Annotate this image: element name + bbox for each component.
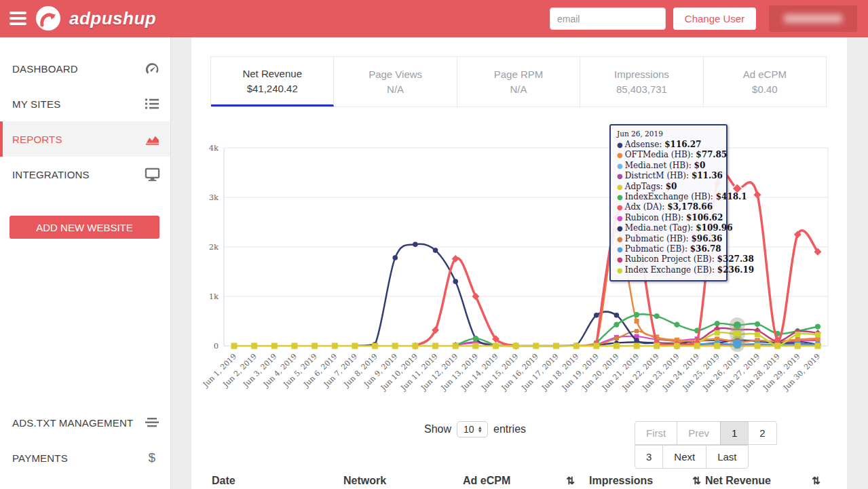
page-button-last[interactable]: Last bbox=[706, 445, 748, 469]
series-bullet-icon: ● bbox=[617, 162, 623, 170]
svg-text:Jun 15, 2019: Jun 15, 2019 bbox=[479, 352, 520, 393]
change-user-button[interactable]: Change User bbox=[673, 7, 756, 30]
add-new-website-button[interactable]: ADD NEW WEBSITE bbox=[10, 216, 159, 239]
svg-text:Jun 9, 2019: Jun 9, 2019 bbox=[362, 352, 399, 389]
sidebar-bottom-nav: ADS.TXT MANAGEMENTPAYMENTS$ bbox=[0, 405, 170, 475]
svg-text:Jun 28, 2019: Jun 28, 2019 bbox=[741, 352, 782, 393]
svg-text:Jun 11, 2019: Jun 11, 2019 bbox=[399, 352, 440, 393]
entries-select[interactable]: 10 bbox=[457, 421, 488, 437]
sidebar-item-dashboard[interactable]: DASHBOARD bbox=[0, 51, 170, 86]
sidebar-item-label: ADS.TXT MANAGEMENT bbox=[12, 417, 133, 429]
svg-text:Jun 6, 2019: Jun 6, 2019 bbox=[301, 352, 339, 389]
svg-text:2k: 2k bbox=[209, 242, 219, 252]
stat-tab-page-rpm[interactable]: Page RPMN/A bbox=[457, 57, 580, 106]
entries-label: entries bbox=[493, 423, 526, 435]
column-header-network: Network bbox=[343, 475, 386, 487]
sidebar-nav: DASHBOARDMY SITESREPORTSINTEGRATIONS bbox=[0, 37, 170, 192]
stat-tab-net-revenue[interactable]: Net Revenue$41,240.42 bbox=[211, 57, 334, 106]
series-bullet-icon: ● bbox=[617, 224, 623, 232]
sidebar-item-ads-txt-management[interactable]: ADS.TXT MANAGEMENT bbox=[0, 405, 170, 440]
tooltip-row-media-net-hb: ●Media.net (HB): $0 bbox=[617, 161, 720, 171]
app-header: adpushup Change User bbox=[0, 0, 868, 37]
sort-icon[interactable] bbox=[692, 475, 701, 487]
sidebar-item-integrations[interactable]: INTEGRATIONS bbox=[0, 157, 170, 192]
show-label: Show bbox=[424, 423, 451, 435]
series-bullet-icon: ● bbox=[617, 151, 623, 159]
stat-tab-impressions[interactable]: Impressions85,403,731 bbox=[580, 57, 703, 106]
sort-icon[interactable] bbox=[566, 475, 575, 487]
tooltip-row-adptags: ●AdpTags: $0 bbox=[617, 182, 720, 192]
sort-icon[interactable] bbox=[812, 475, 820, 487]
stat-label: Impressions bbox=[614, 69, 669, 80]
svg-text:Jun 16, 2019: Jun 16, 2019 bbox=[499, 352, 540, 393]
stat-value: $41,240.42 bbox=[247, 83, 298, 94]
series-bullet-icon: ● bbox=[617, 246, 623, 253]
tooltip-row-pubmatic-hb: ●Pubmatic (HB): $96.36 bbox=[617, 234, 720, 244]
tooltip-row-index-exchange-eb: ●Index Exchange (EB): $236.19 bbox=[617, 265, 720, 275]
svg-text:Jun 24, 2019: Jun 24, 2019 bbox=[660, 352, 701, 393]
svg-text:Jun 21, 2019: Jun 21, 2019 bbox=[600, 352, 641, 393]
page-button-next[interactable]: Next bbox=[662, 445, 706, 469]
list-icon bbox=[144, 96, 160, 112]
sidebar-item-label: MY SITES bbox=[12, 98, 60, 110]
svg-text:Jun 12, 2019: Jun 12, 2019 bbox=[419, 352, 459, 393]
stat-tab-ad-ecpm[interactable]: Ad eCPM$0.40 bbox=[704, 57, 826, 106]
svg-text:Jun 20, 2019: Jun 20, 2019 bbox=[580, 352, 620, 393]
svg-text:4k: 4k bbox=[209, 143, 219, 153]
svg-text:Jun 3, 2019: Jun 3, 2019 bbox=[241, 352, 278, 389]
user-menu-button[interactable] bbox=[769, 5, 857, 32]
tooltip-title: Jun 26, 2019 bbox=[617, 130, 720, 138]
entries-select-value: 10 bbox=[464, 424, 474, 435]
svg-text:Jun 25, 2019: Jun 25, 2019 bbox=[681, 352, 721, 393]
series-bullet-icon: ● bbox=[617, 256, 623, 263]
svg-text:Jun 26, 2019: Jun 26, 2019 bbox=[700, 352, 741, 393]
sidebar-item-my-sites[interactable]: MY SITES bbox=[0, 86, 170, 121]
sidebar-item-reports[interactable]: REPORTS bbox=[0, 121, 170, 157]
svg-text:0: 0 bbox=[214, 341, 219, 351]
column-header-impressions[interactable]: Impressions bbox=[589, 475, 653, 487]
series-bullet-icon: ● bbox=[617, 141, 623, 149]
svg-text:Jun 23, 2019: Jun 23, 2019 bbox=[640, 352, 681, 393]
svg-text:Jun 5, 2019: Jun 5, 2019 bbox=[282, 352, 319, 389]
pagination: FirstPrev123NextLast bbox=[635, 421, 797, 469]
svg-text:Jun 19, 2019: Jun 19, 2019 bbox=[560, 352, 601, 393]
sidebar-item-label: DASHBOARD bbox=[12, 63, 78, 75]
show-entries-control: Show 10 entries bbox=[424, 421, 526, 437]
stat-value: N/A bbox=[510, 83, 527, 95]
series-bullet-icon: ● bbox=[617, 203, 623, 211]
redacted-user-label bbox=[784, 14, 842, 23]
sidebar-item-label: INTEGRATIONS bbox=[12, 169, 90, 180]
series-bullet-icon: ● bbox=[617, 214, 623, 222]
svg-text:Jun 2, 2019: Jun 2, 2019 bbox=[221, 352, 259, 389]
stat-value: $0.40 bbox=[752, 83, 778, 95]
page-button-prev[interactable]: Prev bbox=[677, 421, 721, 445]
email-input[interactable] bbox=[550, 7, 666, 30]
svg-text:Jun 17, 2019: Jun 17, 2019 bbox=[519, 352, 560, 393]
area-chart-icon bbox=[144, 131, 160, 147]
svg-text:1k: 1k bbox=[209, 292, 219, 301]
sidebar-item-payments[interactable]: PAYMENTS$ bbox=[0, 440, 170, 475]
column-header-net-revenue[interactable]: Net Revenue bbox=[705, 475, 771, 487]
page-button-3[interactable]: 3 bbox=[635, 445, 663, 469]
main-content: Net Revenue$41,240.42Page ViewsN/APage R… bbox=[191, 37, 847, 489]
tooltip-row-media-net-tag: ●Media.net (Tag): $109.96 bbox=[617, 223, 720, 233]
svg-text:Jun 30, 2019: Jun 30, 2019 bbox=[781, 352, 822, 393]
svg-text:Jun 7, 2019: Jun 7, 2019 bbox=[322, 352, 359, 389]
stat-tab-page-views[interactable]: Page ViewsN/A bbox=[334, 57, 457, 106]
svg-text:Jun 13, 2019: Jun 13, 2019 bbox=[439, 352, 480, 393]
tooltip-row-indexexchange-hb: ●IndexExchange (HB): $418.1 bbox=[617, 192, 720, 202]
svg-text:Jun 18, 2019: Jun 18, 2019 bbox=[540, 352, 580, 393]
series-bullet-icon: ● bbox=[617, 172, 623, 180]
sidebar-item-label: REPORTS bbox=[12, 134, 62, 145]
column-header-ad-ecpm[interactable]: Ad eCPM bbox=[463, 475, 510, 487]
page-button-first[interactable]: First bbox=[635, 421, 677, 445]
adpushup-logo-icon bbox=[35, 5, 61, 31]
sidebar: DASHBOARDMY SITESREPORTSINTEGRATIONS ADD… bbox=[0, 37, 171, 489]
table-header: DateNetworkAd eCPMImpressionsNet Revenue bbox=[191, 475, 847, 489]
svg-text:Jun 22, 2019: Jun 22, 2019 bbox=[620, 352, 661, 393]
menu-icon[interactable] bbox=[10, 12, 26, 25]
dollar-icon: $ bbox=[144, 450, 160, 466]
page-button-2[interactable]: 2 bbox=[748, 421, 776, 445]
series-bullet-icon: ● bbox=[617, 267, 623, 274]
page-button-1[interactable]: 1 bbox=[720, 421, 749, 445]
